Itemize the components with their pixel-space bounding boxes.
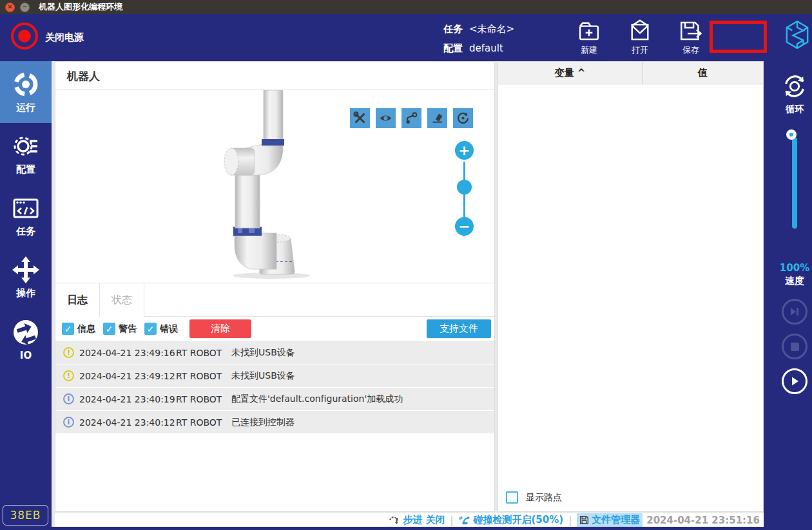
zoom-in-button[interactable]: + (455, 141, 474, 160)
warning-icon: ! (63, 370, 74, 381)
settings-icon (12, 132, 40, 160)
window-title: 机器人图形化编程环境 (39, 1, 122, 13)
view-toolbar (350, 108, 473, 128)
step-forward-button[interactable] (782, 299, 807, 325)
filter-info-checkbox[interactable]: ✓ (62, 323, 74, 335)
task-config-info: 任务 <未命名> 配置 default (443, 19, 514, 58)
save-button[interactable]: 保存 (670, 19, 711, 56)
clear-button[interactable]: 清除 (189, 319, 251, 338)
collision-icon (459, 515, 470, 526)
robot-3d-view[interactable]: + − (55, 90, 494, 283)
task-value: <未命名> (469, 23, 514, 35)
info-icon: i (63, 393, 74, 404)
task-icon (12, 194, 40, 222)
column-value[interactable]: 值 (643, 62, 763, 84)
io-icon (12, 318, 40, 346)
info-icon: i (63, 417, 74, 428)
play-button[interactable] (782, 368, 807, 394)
zoom-slider-handle[interactable] (457, 180, 472, 194)
speed-slider-handle[interactable] (786, 129, 797, 140)
stop-button[interactable] (782, 334, 807, 359)
open-icon (628, 19, 652, 43)
play-icon (789, 376, 800, 386)
filter-warning-checkbox[interactable]: ✓ (103, 323, 115, 335)
sidebar-item-io[interactable]: IO (0, 308, 52, 370)
status-timestamp: 2024-04-21 23:51:16 (646, 515, 760, 526)
power-icon (18, 30, 31, 43)
speed-slider (777, 129, 812, 232)
stop-icon (791, 343, 799, 351)
robot-panel: 机器人 (55, 61, 495, 512)
new-task-button[interactable]: 新建 (568, 19, 610, 56)
tab-status[interactable]: 状态 (100, 283, 144, 317)
eye-icon (379, 111, 392, 125)
step-mode-status[interactable]: 步进 关闭 (389, 514, 445, 526)
log-entry[interactable]: i 2024-04-21 23:40:12 RT ROBOT 已连接到控制器 (55, 411, 494, 433)
config-value: default (469, 43, 503, 54)
window-minimize-button[interactable]: − (20, 3, 30, 12)
sidebar-item-config[interactable]: 配置 (0, 123, 52, 185)
left-sidebar: 运行 配置 任务 操作 (0, 61, 52, 530)
show-waypoints-checkbox[interactable] (506, 491, 518, 504)
bottom-strip (52, 527, 812, 530)
sidebar-item-task[interactable]: 任务 (0, 185, 52, 247)
eraser-button[interactable] (427, 108, 447, 128)
app-header: 关闭电源 任务 <未命名> 配置 default 新建 打开 (0, 14, 812, 61)
visibility-button[interactable] (376, 108, 396, 128)
speed-slider-track[interactable] (792, 137, 797, 229)
zoom-out-button[interactable]: − (455, 217, 474, 236)
sidebar-item-operate[interactable]: 操作 (0, 247, 52, 308)
loop-label: 循环 (786, 104, 804, 115)
tools-icon (353, 111, 367, 125)
right-control-rail: 循环 100% 速度 (764, 61, 812, 530)
speed-label: 速度 (785, 275, 804, 287)
filter-error-checkbox[interactable]: ✓ (144, 323, 157, 335)
status-badge: 38EB (3, 505, 48, 525)
power-button[interactable] (11, 23, 38, 50)
file-manager-status[interactable]: 文件管理器 (577, 513, 643, 527)
window-titlebar: ✕ − 机器人图形化编程环境 (0, 0, 812, 14)
tab-log[interactable]: 日志 (55, 283, 100, 317)
variables-table-header: 变量 ^ 值 (498, 62, 763, 84)
file-manager-icon (579, 515, 589, 525)
collision-detection-status[interactable]: 碰撞检测开启(50%) (459, 514, 564, 526)
eraser-icon (430, 111, 444, 125)
warning-icon: ! (63, 347, 74, 358)
rotate-icon (456, 111, 470, 125)
speed-percent: 100% (780, 262, 809, 274)
path-button[interactable] (401, 108, 421, 128)
robot-panel-title: 机器人 (55, 62, 494, 90)
log-list: ! 2024-04-21 23:49:16 RT ROBOT 未找到USB设备 … (55, 341, 494, 433)
step-forward-icon (789, 307, 800, 317)
log-entry[interactable]: ! 2024-04-21 23:49:16 RT ROBOT 未找到USB设备 (55, 341, 494, 364)
status-bar: 步进 关闭 | 碰撞检测开启(50%) | 文件管理器 2024-04-21 2… (55, 513, 764, 527)
save-icon (679, 19, 702, 43)
log-entry[interactable]: ! 2024-04-21 23:49:12 RT ROBOT 未找到USB设备 (55, 364, 494, 387)
show-waypoints-row: 显示路点 (506, 491, 562, 504)
sidebar-item-run[interactable]: 运行 (0, 61, 52, 123)
log-entry[interactable]: i 2024-04-21 23:40:19 RT ROBOT 配置文件'defa… (55, 388, 494, 410)
new-task-icon (577, 19, 601, 43)
operate-icon (12, 256, 40, 284)
power-label: 关闭电源 (45, 32, 84, 44)
support-files-button[interactable]: 支持文件 (427, 319, 491, 338)
path-icon (405, 111, 418, 125)
highlight-annotation-box (710, 21, 767, 53)
loop-icon[interactable] (781, 73, 808, 100)
column-variable[interactable]: 变量 ^ (498, 62, 643, 84)
open-button[interactable]: 打开 (619, 19, 661, 56)
reset-view-button[interactable] (453, 108, 473, 128)
log-tab-bar: 日志 状态 (55, 283, 494, 317)
config-label: 配置 (443, 43, 463, 55)
robot-arm-image (213, 90, 316, 283)
app-logo-icon (785, 19, 809, 53)
variables-panel: 变量 ^ 值 显示路点 (498, 61, 764, 512)
task-label: 任务 (443, 23, 463, 35)
step-mode-icon (389, 515, 400, 525)
window-close-button[interactable]: ✕ (5, 3, 15, 12)
show-waypoints-label: 显示路点 (526, 492, 562, 504)
tools-button[interactable] (350, 108, 370, 128)
log-filter-bar: ✓ 信息 ✓ 警告 ✓ 错误 清除 支持文件 (55, 317, 494, 341)
run-icon (12, 70, 40, 99)
